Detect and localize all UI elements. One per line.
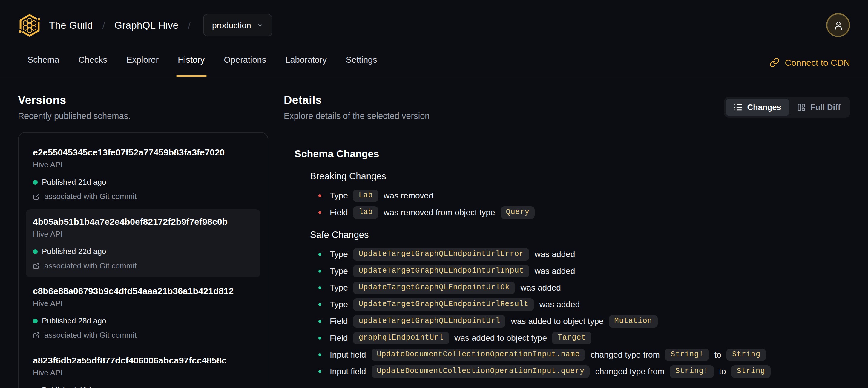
change-item: TypeUpdateTargetGraphQLEndpointUrlResult… [318, 298, 850, 311]
chevron-down-icon [257, 22, 264, 28]
git-commit-link[interactable]: associated with Git commit [33, 261, 253, 270]
version-card[interactable]: a823f6db2a55df877dcf406006abca97fcc4858c… [26, 348, 260, 388]
change-bullet-safe [318, 269, 321, 272]
change-item: TypeUpdateTargetGraphQLEndpointUrlOkwas … [318, 281, 850, 294]
tab-explorer[interactable]: Explorer [117, 46, 168, 77]
change-text: Type [330, 283, 348, 292]
change-item: FieldgraphqlEndpointUrlwas added to obje… [318, 331, 850, 345]
tab-operations[interactable]: Operations [214, 46, 276, 77]
published-status-dot [33, 180, 38, 184]
schema-code-chip: UpdateDocumentCollectionOperationInput.n… [371, 348, 585, 361]
change-item: Input fieldUpdateDocumentCollectionOpera… [318, 348, 850, 361]
list-icon [733, 103, 742, 112]
change-item: TypeUpdateTargetGraphQLEndpointUrlErrorw… [318, 247, 850, 261]
version-card[interactable]: 4b05ab51b1b4a7e2e4b0ef82172f2b9f7ef98c0b… [26, 209, 260, 277]
change-item: Input fieldUpdateDocumentCollectionOpera… [318, 365, 850, 378]
change-group-title: Safe Changes [310, 230, 850, 240]
schema-code-chip: Target [552, 331, 591, 344]
user-avatar[interactable] [826, 13, 850, 37]
version-card[interactable]: e2e55045345ce13fe07f52a77459b83fa3fe7020… [26, 140, 260, 208]
change-item: TypeUpdateTargetGraphQLEndpointUrlInputw… [318, 264, 850, 277]
change-list: TypeLabwas removedFieldlabwas removed fr… [310, 189, 850, 219]
change-text: was added [539, 300, 580, 309]
user-icon [833, 20, 844, 31]
full-diff-toggle-label: Full Diff [811, 103, 841, 112]
target-selector-value: production [212, 20, 251, 30]
git-commit-link-label: associated with Git commit [44, 331, 136, 339]
breadcrumb-project[interactable]: GraphQL Hive [115, 20, 179, 31]
versions-list: e2e55045345ce13fe07f52a77459b83fa3fe7020… [18, 132, 268, 388]
version-hash: a823f6db2a55df877dcf406006abca97fcc4858c [33, 355, 253, 365]
view-toggle-group: Changes Full Diff [724, 97, 850, 118]
tab-settings[interactable]: Settings [336, 46, 387, 77]
hive-logo-icon[interactable] [18, 13, 41, 37]
breadcrumb-separator: / [186, 20, 192, 30]
change-text: changed type from [590, 350, 660, 359]
schema-code-chip: UpdateTargetGraphQLEndpointUrlResult [353, 298, 534, 310]
schema-code-chip: updateTargetGraphQLEndpointUrl [353, 315, 506, 327]
change-bullet-safe [318, 252, 321, 256]
connect-to-cdn-button[interactable]: Connect to CDN [769, 57, 850, 67]
version-service-name: Hive API [33, 368, 253, 377]
change-bullet-safe [318, 286, 321, 289]
changes-toggle-label: Changes [747, 103, 781, 112]
schema-change-groups: Breaking ChangesTypeLabwas removedFieldl… [284, 171, 850, 378]
schema-code-chip: UpdateTargetGraphQLEndpointUrlError [353, 248, 529, 260]
tab-history[interactable]: History [168, 46, 214, 77]
change-text: was added [520, 283, 561, 292]
published-status-text: Published 22d ago [42, 247, 106, 256]
change-bullet-safe [318, 353, 321, 356]
change-text: was added [535, 249, 575, 259]
app-root: The Guild / GraphQL Hive / production Sc… [0, 0, 868, 388]
change-text: changed type from [595, 366, 664, 376]
breadcrumb-separator: / [101, 20, 106, 30]
version-status: Published 22d ago [33, 247, 253, 256]
external-link-icon [33, 331, 40, 339]
schema-code-chip: graphqlEndpointUrl [353, 331, 449, 344]
change-group-safe: Safe ChangesTypeUpdateTargetGraphQLEndpo… [310, 230, 850, 378]
version-hash: c8b6e88a06793b9c4dfd54aaa21b36a1b421d812 [33, 286, 253, 296]
full-diff-toggle-button[interactable]: Full Diff [789, 99, 848, 116]
version-service-name: Hive API [33, 299, 253, 308]
change-text: Type [330, 300, 348, 309]
change-text: Field [330, 207, 348, 217]
tab-schema[interactable]: Schema [18, 46, 69, 77]
change-group-breaking: Breaking ChangesTypeLabwas removedFieldl… [310, 171, 850, 219]
change-text: was added [535, 266, 575, 276]
details-subtitle: Explore details of the selected version [284, 111, 430, 121]
change-bullet-safe [318, 370, 321, 373]
nav-bar: SchemaChecksExplorerHistoryOperationsLab… [0, 46, 868, 77]
details-heading-block: Details Explore details of the selected … [284, 94, 430, 121]
version-card[interactable]: c8b6e88a06793b9c4dfd54aaa21b36a1b421d812… [26, 278, 260, 347]
change-text: was added to object type [511, 316, 603, 326]
change-text: Input field [330, 350, 366, 359]
change-text: was added to object type [454, 333, 547, 342]
target-selector-dropdown[interactable]: production [203, 14, 273, 36]
change-text: Type [330, 266, 348, 276]
git-commit-link[interactable]: associated with Git commit [33, 331, 253, 339]
change-text: Type [330, 191, 348, 200]
change-bullet-breaking [318, 211, 321, 214]
version-service-name: Hive API [33, 230, 253, 239]
change-list: TypeUpdateTargetGraphQLEndpointUrlErrorw… [310, 247, 850, 378]
changes-toggle-button[interactable]: Changes [725, 99, 789, 116]
link-icon [769, 57, 780, 67]
schema-code-chip: String! [665, 348, 709, 361]
schema-code-chip: Lab [353, 189, 378, 202]
schema-code-chip: Mutation [609, 315, 657, 327]
published-status-text: Published 21d ago [42, 178, 106, 186]
change-item: FieldupdateTargetGraphQLEndpointUrlwas a… [318, 315, 850, 328]
details-title: Details [284, 94, 430, 107]
change-text: Field [330, 316, 348, 326]
external-link-icon [33, 193, 40, 200]
version-status: Published 28d ago [33, 316, 253, 325]
git-commit-link[interactable]: associated with Git commit [33, 192, 253, 201]
tab-checks[interactable]: Checks [69, 46, 117, 77]
published-status-text: Published 40d ago [42, 386, 106, 388]
schema-code-chip: String [727, 348, 766, 361]
published-status-dot [33, 249, 38, 254]
versions-title: Versions [18, 94, 268, 107]
breadcrumb-org[interactable]: The Guild [49, 20, 93, 31]
tab-laboratory[interactable]: Laboratory [276, 46, 336, 77]
change-text: to [714, 350, 721, 359]
